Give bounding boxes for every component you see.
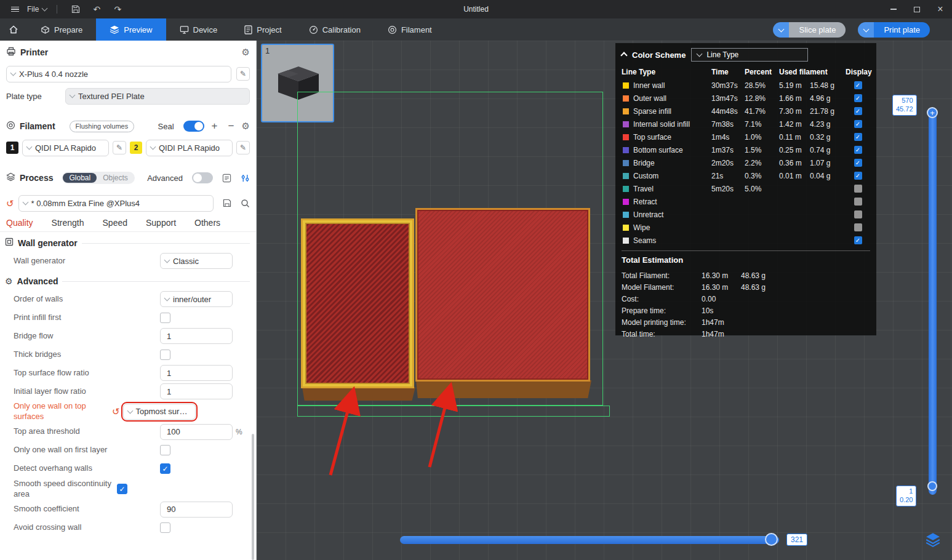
filament-preset-select-1[interactable]: QIDI PLA Rapido [22,140,109,156]
layer-slider-top-handle[interactable]: + [927,107,938,118]
process-tab-strength[interactable]: Strength [52,218,84,228]
scope-objects-button[interactable]: Objects [97,173,134,183]
step-slider-handle[interactable] [765,533,778,546]
group-header-advanced[interactable]: ⚙Advanced [0,270,256,290]
sidebar-scrollbar[interactable] [252,434,254,560]
slice-plate-button[interactable]: Slice plate [773,22,846,38]
filament-slot-2[interactable]: 2 [130,142,142,154]
slice-dropdown-arrow[interactable] [773,22,789,38]
setting-input-top-surface-flow-ratio[interactable]: 1 [160,365,233,381]
compare-params-icon[interactable] [241,174,250,183]
group-header-wall-generator[interactable]: Wall generator [0,232,256,252]
setting-checkbox-smooth-speed-discontinuity-area[interactable]: ✓ [117,484,127,494]
collapse-panel-button[interactable] [622,50,626,60]
save-preset-icon[interactable] [223,199,231,207]
model-right-top-face[interactable] [415,208,590,382]
filament-preset-select-2[interactable]: QIDI PLA Rapido [146,140,233,156]
setting-input-bridge-flow[interactable]: 1 [160,328,233,344]
process-tab-quality[interactable]: Quality [6,218,33,228]
file-menu[interactable]: File [27,5,39,14]
chevron-down-icon [42,6,48,12]
3d-viewport[interactable]: 1 Color Sch [257,41,952,560]
display-checkbox-internal-solid-infill[interactable]: ✓ [854,120,862,128]
layers-view-icon[interactable] [924,531,942,548]
setting-select-wall-generator[interactable]: Classic [160,253,233,269]
model-left-top-face[interactable] [301,218,414,388]
reset-preset-icon[interactable]: ↺ [6,199,14,208]
model-left-side-face [302,387,415,401]
process-tab-others[interactable]: Others [194,218,220,228]
home-button[interactable] [0,18,27,41]
color-scheme-mode-select[interactable]: Line Type [691,48,808,62]
setting-select-only-one-wall-on-top-surfaces[interactable]: Topmost sur… [123,404,196,420]
advanced-toggle[interactable] [192,172,213,183]
line-type-row-sparse-infill: Sparse infill44m48s41.7%7.30 m21.78 g✓ [622,105,870,118]
edit-filament-icon-1[interactable]: ✎ [113,141,126,154]
tab-filament[interactable]: Filament [374,18,446,41]
setting-label: Smooth coefficient [14,504,160,514]
display-checkbox-outer-wall[interactable]: ✓ [854,94,862,102]
step-slider-track[interactable] [400,536,779,544]
display-checkbox-wipe[interactable] [854,223,862,231]
setting-input-top-area-threshold[interactable]: 100 [160,424,233,440]
setting-checkbox-detect-overhang-walls[interactable]: ✓ [160,463,170,474]
display-checkbox-unretract[interactable] [854,210,862,218]
maximize-button[interactable] [905,0,929,18]
app-menu-button[interactable] [6,2,23,16]
close-button[interactable]: × [929,0,952,18]
display-checkbox-sparse-infill[interactable]: ✓ [854,107,862,115]
setting-checkbox-only-one-wall-on-first-layer[interactable] [160,445,170,455]
minimize-button[interactable] [882,0,905,18]
filament-settings-gear-icon[interactable]: ⚙ [242,121,250,132]
tab-preview[interactable]: Preview [96,18,166,41]
setting-select-order-of-walls[interactable]: inner/outer [160,291,233,307]
plate-number: 1 [265,46,270,55]
display-checkbox-travel[interactable] [854,185,862,193]
printer-settings-gear-icon[interactable]: ⚙ [242,47,250,58]
hamburger-icon [11,7,19,12]
add-filament-button[interactable]: + [209,120,221,132]
flushing-volumes-button[interactable]: Flushing volumes [70,121,135,132]
display-checkbox-retract[interactable] [854,198,862,206]
filament-section-header: Filament Flushing volumes Seal + − ⚙ [0,118,256,134]
remove-filament-button[interactable]: − [225,120,238,132]
process-tab-speed[interactable]: Speed [103,218,127,228]
tab-project[interactable]: Project [231,18,295,41]
layer-slider-bottom-handle[interactable] [927,481,937,491]
tab-calibration[interactable]: Calibration [295,18,374,41]
print-dropdown-arrow[interactable] [858,22,874,38]
setting-input-initial-layer-flow-ratio[interactable]: 1 [160,383,233,399]
setting-checkbox-print-infill-first[interactable] [160,313,170,323]
edit-filament-icon-2[interactable]: ✎ [236,141,250,154]
save-icon[interactable] [67,2,84,16]
revert-setting-icon[interactable]: ↺ [112,407,120,416]
setting-checkbox-thick-bridges[interactable] [160,350,170,360]
seal-toggle[interactable] [183,121,204,132]
layer-slider-track[interactable] [929,108,937,495]
redo-icon[interactable]: ↷ [109,2,126,16]
display-checkbox-bottom-surface[interactable]: ✓ [854,146,862,154]
process-tab-support[interactable]: Support [146,218,176,228]
process-preset-select[interactable]: * 0.08mm Extra Fine @XPlus4 [18,195,214,212]
search-icon[interactable] [241,199,250,208]
color-swatch [623,147,629,153]
scope-global-button[interactable]: Global [63,173,97,183]
line-type-row-travel: Travel5m20s5.0% [622,182,870,195]
plate-type-select[interactable]: Textured PEI Plate [65,88,250,105]
setting-input-smooth-coefficient[interactable]: 90 [160,502,233,518]
tab-prepare[interactable]: Prepare [27,18,96,41]
edit-printer-icon[interactable]: ✎ [236,67,250,81]
display-checkbox-top-surface[interactable]: ✓ [854,133,862,141]
setting-checkbox-avoid-crossing-wall[interactable] [160,522,170,533]
printer-preset-select[interactable]: X-Plus 4 0.4 nozzle [6,66,231,82]
print-plate-button[interactable]: Print plate [858,22,930,38]
display-checkbox-bridge[interactable]: ✓ [854,159,862,167]
filament-slot-1[interactable]: 1 [6,142,18,154]
preset-list-icon[interactable] [222,174,231,183]
display-checkbox-seams[interactable]: ✓ [854,236,862,244]
display-checkbox-inner-wall[interactable]: ✓ [854,81,862,89]
color-swatch [623,225,629,231]
undo-icon[interactable]: ↶ [88,2,105,16]
tab-device[interactable]: Device [166,18,231,41]
display-checkbox-custom[interactable]: ✓ [854,172,862,180]
